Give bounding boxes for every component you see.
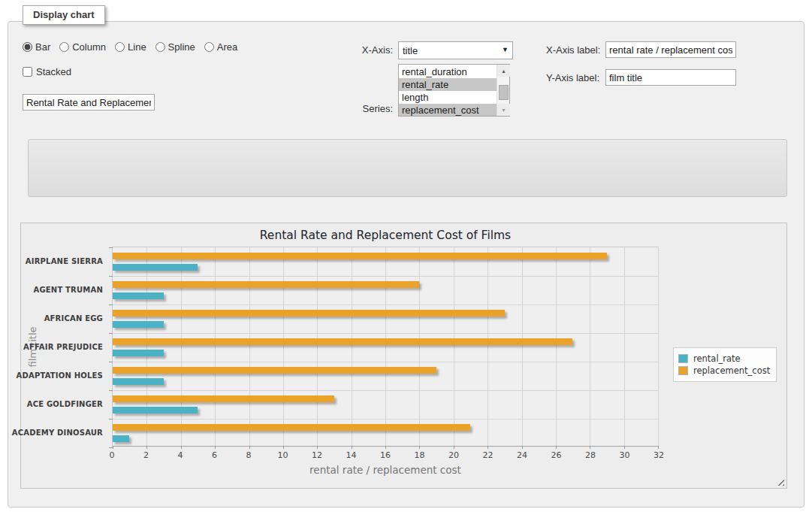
plot-area: [112, 247, 659, 447]
bar-rental_rate: [113, 321, 164, 328]
bar-replacement_cost: [113, 281, 419, 288]
chart-type-option-column[interactable]: Column: [59, 41, 106, 53]
chart-type-option-spline[interactable]: Spline: [155, 41, 195, 53]
legend-label: replacement_cost: [693, 365, 770, 376]
x-tick-label: 32: [654, 450, 664, 460]
legend-entry-replacement_cost: replacement_cost: [678, 365, 770, 376]
bar-replacement_cost: [113, 424, 470, 431]
x-tick-label: 22: [483, 450, 494, 460]
y-category-label: AFRICAN EGG: [24, 304, 110, 332]
series-option-rental_duration[interactable]: rental_duration: [399, 65, 497, 78]
panel-title: Display chart: [23, 5, 105, 25]
y-axis-label-input[interactable]: [605, 69, 736, 86]
scroll-down-icon[interactable]: ▼: [497, 104, 510, 116]
chart-type-radio-area[interactable]: [204, 42, 214, 52]
chart-type-label: Area: [217, 41, 237, 53]
chart-type-option-line[interactable]: Line: [115, 41, 146, 53]
legend-entry-rental_rate: rental_rate: [678, 353, 770, 364]
x-axis-label-field-label: X-Axis label:: [546, 44, 600, 56]
bar-replacement_cost: [113, 253, 607, 259]
y-category-label: AGENT TRUMAN: [24, 275, 110, 304]
bar-replacement_cost: [113, 367, 436, 374]
x-axis-title: rental rate / replacement cost: [112, 464, 659, 476]
x-tick-label: 6: [212, 450, 217, 460]
x-tick-label: 12: [312, 450, 322, 460]
chart-container: Rental Rate and Replacement Cost of Film…: [20, 223, 787, 489]
chart-type-radio-spline[interactable]: [155, 42, 165, 52]
legend-swatch: [678, 354, 688, 363]
scrollbar-thumb[interactable]: [499, 85, 509, 100]
stacked-option[interactable]: Stacked: [23, 66, 71, 77]
y-category-label: ADAPTATION HOLES: [24, 361, 110, 389]
y-category-label: ACE GOLDFINGER: [24, 389, 110, 418]
bar-rental_rate: [113, 407, 198, 414]
x-tick-label: 28: [585, 450, 596, 460]
scroll-up-icon[interactable]: ▲: [497, 65, 510, 77]
resize-handle-icon[interactable]: [775, 477, 784, 486]
x-tick-label: 8: [246, 450, 252, 460]
x-axis-select-label: X-Axis:: [331, 44, 393, 56]
chart-type-radio-group: Bar Column Line Spline Area: [23, 41, 242, 53]
y-category-label: AFFAIR PREJUDICE: [24, 332, 110, 361]
bar-rental_rate: [113, 378, 164, 385]
stacked-label: Stacked: [36, 66, 71, 77]
chart-type-label: Spline: [168, 41, 195, 53]
x-tick-label: 18: [415, 450, 425, 460]
x-tick-label: 4: [178, 450, 183, 460]
chart-type-label: Line: [128, 41, 146, 53]
series-option-replacement_cost[interactable]: replacement_cost: [399, 104, 497, 116]
bar-rental_rate: [113, 264, 198, 271]
y-category-label: ACADEMY DINOSAUR: [24, 418, 110, 447]
stacked-checkbox[interactable]: [23, 67, 32, 77]
x-tick-label: 10: [278, 450, 288, 460]
chart-type-label: Column: [72, 41, 106, 53]
series-listbox-scrollbar[interactable]: ▲ ▼: [497, 65, 509, 116]
bar-rental_rate: [113, 435, 129, 442]
y-category-label: AIRPLANE SIERRA: [24, 247, 110, 275]
series-listbox-label: Series:: [331, 103, 393, 114]
chart-title: Rental Rate and Replacement Cost of Film…: [112, 229, 659, 242]
x-axis-select-wrap: title ▼: [398, 41, 513, 59]
series-listbox[interactable]: rental_durationrental_ratelengthreplacem…: [398, 64, 510, 117]
x-tick-label: 20: [448, 450, 459, 460]
bar-replacement_cost: [113, 338, 572, 345]
x-axis-select[interactable]: title: [398, 41, 513, 59]
legend-label: rental_rate: [693, 353, 741, 364]
chart-legend: rental_ratereplacement_cost: [673, 347, 777, 382]
rows-panel: Start row: Number of rows: Go: [28, 139, 787, 197]
y-axis-label-field-label: Y-Axis label:: [546, 72, 599, 83]
x-tick-label: 16: [380, 450, 391, 460]
chart-type-radio-line[interactable]: [115, 42, 125, 52]
series-option-rental_rate[interactable]: rental_rate: [399, 78, 497, 91]
bar-replacement_cost: [113, 310, 505, 317]
bar-rental_rate: [113, 350, 164, 356]
y-category-labels: AIRPLANE SIERRAAGENT TRUMANAFRICAN EGGAF…: [24, 247, 110, 447]
x-tick-label: 0: [110, 450, 115, 460]
x-tick-label: 14: [346, 450, 357, 460]
chart-title-input[interactable]: [23, 94, 155, 111]
x-tick-label: 2: [143, 450, 149, 460]
series-listbox-options: rental_durationrental_ratelengthreplacem…: [399, 65, 497, 116]
bar-rental_rate: [113, 292, 164, 299]
series-option-length[interactable]: length: [399, 91, 497, 104]
bar-replacement_cost: [113, 395, 334, 402]
x-tick-label: 24: [517, 450, 527, 460]
legend-swatch: [678, 366, 688, 375]
chart-type-radio-bar[interactable]: [23, 42, 32, 52]
x-tick-label: 26: [551, 450, 562, 460]
x-tick-labels: 02468101214161820222426283032: [112, 450, 659, 461]
chart-legend-entries: rental_ratereplacement_cost: [678, 353, 770, 376]
x-tick-label: 30: [620, 450, 630, 460]
chart-type-radio-column[interactable]: [59, 42, 69, 52]
chart-type-option-bar[interactable]: Bar: [23, 41, 50, 53]
chart-type-option-area[interactable]: Area: [204, 41, 237, 53]
x-axis-label-input[interactable]: [605, 41, 736, 58]
chart-type-label: Bar: [35, 41, 50, 53]
